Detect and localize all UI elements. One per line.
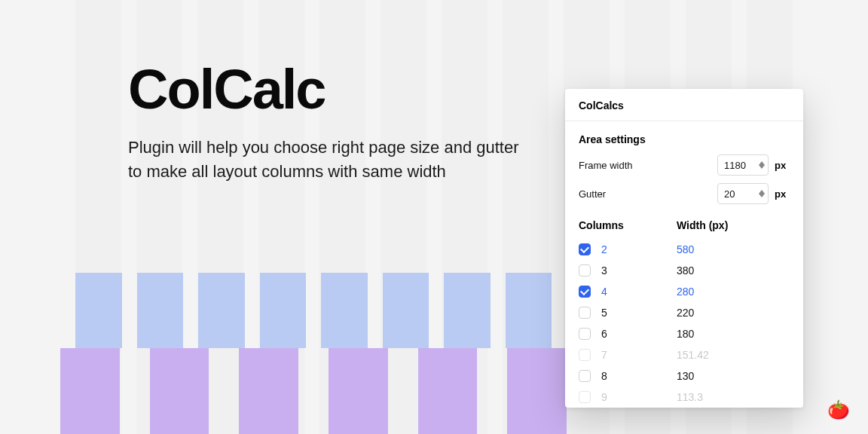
tomato-icon[interactable]: 🍅 [827, 399, 850, 420]
table-header: Columns Width (px) [579, 219, 790, 231]
stepper-icon[interactable] [759, 161, 765, 169]
unit-label: px [775, 188, 790, 200]
table-row: 6180 [579, 323, 790, 344]
column-width: 130 [677, 370, 790, 382]
demo-columns-blue [75, 273, 552, 348]
column-checkbox [579, 391, 591, 403]
column-checkbox[interactable] [579, 243, 591, 255]
column-checkbox[interactable] [579, 307, 591, 319]
column-count: 5 [601, 307, 677, 319]
table-row: 9113.3 [579, 387, 790, 408]
table-row: 5220 [579, 302, 790, 323]
gutter-input[interactable]: 20 [717, 183, 769, 204]
column-count: 8 [601, 370, 677, 382]
frame-width-label: Frame width [579, 160, 633, 171]
column-width: 580 [677, 243, 790, 255]
stepper-icon[interactable] [759, 190, 765, 197]
frame-width-value: 1180 [724, 160, 746, 171]
panel-title: ColCalcs [565, 89, 803, 121]
plugin-panel: ColCalcs Area settings Frame width 1180 … [565, 89, 803, 408]
column-count: 3 [601, 264, 677, 277]
column-count: 6 [601, 328, 677, 340]
gutter-row: Gutter 20 px [579, 183, 790, 204]
column-width: 113.3 [677, 391, 790, 403]
hero-title: ColCalc [128, 62, 535, 118]
column-count: 4 [601, 286, 677, 298]
column-checkbox [579, 349, 591, 361]
column-width: 151.42 [677, 349, 790, 361]
table-row: 3380 [579, 260, 790, 281]
frame-width-input[interactable]: 1180 [717, 154, 769, 176]
column-checkbox[interactable] [579, 370, 591, 382]
hero-subtitle: Plugin will help you choose right page s… [128, 136, 535, 184]
table-row: 2580 [579, 239, 790, 260]
frame-width-row: Frame width 1180 px [579, 154, 790, 176]
column-count: 9 [601, 391, 677, 403]
column-width: 180 [677, 328, 790, 340]
area-settings-heading: Area settings [579, 133, 790, 145]
column-width: 280 [677, 286, 790, 298]
rows-container: 258033804280522061807151.4281309113.3 [579, 239, 790, 408]
table-row: 4280 [579, 281, 790, 302]
width-header: Width (px) [677, 219, 790, 231]
column-checkbox[interactable] [579, 328, 591, 340]
hero: ColCalc Plugin will help you choose righ… [128, 62, 535, 184]
unit-label: px [775, 160, 790, 171]
column-checkbox[interactable] [579, 264, 591, 277]
gutter-value: 20 [724, 188, 735, 200]
column-checkbox[interactable] [579, 286, 591, 298]
gutter-label: Gutter [579, 188, 606, 200]
column-count: 2 [601, 243, 677, 255]
table-row: 7151.42 [579, 344, 790, 365]
column-width: 220 [677, 307, 790, 319]
columns-header: Columns [579, 219, 677, 231]
column-count: 7 [601, 349, 677, 361]
column-width: 380 [677, 264, 790, 277]
demo-columns-purple [60, 348, 567, 434]
table-row: 8130 [579, 365, 790, 387]
